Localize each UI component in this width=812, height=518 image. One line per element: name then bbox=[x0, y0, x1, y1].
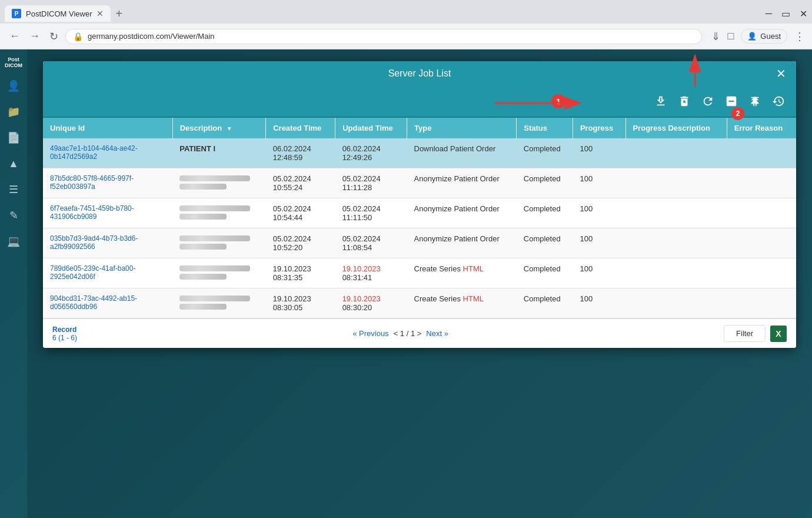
download-job-button[interactable] bbox=[650, 91, 671, 112]
minimize-button[interactable]: ─ bbox=[766, 8, 772, 19]
cell-description bbox=[172, 168, 266, 198]
cell-progress: 100 bbox=[573, 168, 625, 198]
table-row[interactable]: 87b5dc80-57f8-4665-997f-f52eb003897a05.0… bbox=[43, 168, 796, 198]
history-job-button[interactable] bbox=[768, 91, 789, 112]
cell-error-reason bbox=[727, 198, 796, 228]
modal-close-button[interactable]: ✕ bbox=[773, 65, 789, 82]
close-window-button[interactable]: ✕ bbox=[800, 8, 807, 19]
browser-actions: ⇓ □ 👤 Guest ⋮ bbox=[711, 29, 805, 44]
upload-job-button[interactable] bbox=[744, 91, 766, 112]
col-error-reason: Error Reason bbox=[727, 118, 796, 138]
modal-title: Server Job List bbox=[388, 68, 451, 79]
cell-status: Completed bbox=[517, 138, 573, 168]
menu-icon[interactable]: ⋮ bbox=[794, 30, 805, 43]
excel-export-button[interactable]: X bbox=[770, 326, 787, 342]
table-row[interactable]: 035bb7d3-9ad4-4b73-b3d6-a2fb9909256605.0… bbox=[43, 228, 796, 258]
delete-job-button[interactable] bbox=[674, 91, 695, 112]
tab-title: PostDICOM Viewer bbox=[26, 9, 92, 18]
col-progress-desc: Progress Description bbox=[625, 118, 727, 138]
browser-chrome: P PostDICOM Viewer ✕ + ─ ▭ ✕ ← → ↻ 🔒 ger… bbox=[0, 0, 812, 49]
cell-type: Create Series HTML bbox=[407, 258, 517, 288]
cell-status: Completed bbox=[517, 168, 573, 198]
cell-type: Create Series HTML bbox=[407, 288, 517, 318]
cell-status: Completed bbox=[517, 258, 573, 288]
next-page-link[interactable]: Next » bbox=[426, 329, 448, 338]
tab-close-button[interactable]: ✕ bbox=[96, 9, 104, 18]
table-row[interactable]: 904bcd31-73ac-4492-ab15-d056560ddb9619.1… bbox=[43, 288, 796, 318]
cell-error-reason bbox=[727, 138, 796, 168]
cell-created-time: 06.02.2024 12:48:59 bbox=[266, 138, 335, 168]
cell-updated-time: 05.02.202411:08:54 bbox=[335, 228, 407, 258]
job-table: Unique Id Description ▼ Created Time Upd… bbox=[43, 118, 796, 318]
col-unique-id: Unique Id bbox=[43, 118, 172, 138]
sidebar-item-monitor[interactable]: 💻 bbox=[3, 231, 24, 252]
prev-page-link[interactable]: « Previous bbox=[352, 329, 388, 338]
pagination: « Previous < 1 / 1 > Next » bbox=[352, 329, 448, 338]
address-bar[interactable]: 🔒 germany.postdicom.com/Viewer/Main bbox=[65, 29, 702, 44]
cell-status: Completed bbox=[517, 198, 573, 228]
sidebar-item-edit[interactable]: ✎ bbox=[3, 205, 24, 226]
cell-updated-time: 05.02.202411:11:50 bbox=[335, 198, 407, 228]
col-updated-time: Updated Time bbox=[335, 118, 407, 138]
cell-progress: 100 bbox=[573, 288, 625, 318]
download-browser-icon[interactable]: ⇓ bbox=[711, 30, 720, 43]
forward-button[interactable]: → bbox=[27, 28, 42, 45]
trash-icon bbox=[678, 95, 691, 108]
cell-error-reason bbox=[727, 288, 796, 318]
browser-toolbar: ← → ↻ 🔒 germany.postdicom.com/Viewer/Mai… bbox=[0, 24, 812, 49]
back-button[interactable]: ← bbox=[7, 28, 22, 45]
refresh-job-button[interactable] bbox=[697, 91, 718, 112]
browser-tab[interactable]: P PostDICOM Viewer ✕ bbox=[5, 5, 111, 22]
sidebar-item-patients[interactable]: 👤 bbox=[3, 75, 24, 97]
cell-description bbox=[172, 258, 266, 288]
filter-area: Filter X bbox=[724, 325, 787, 342]
cell-progress-desc bbox=[625, 288, 727, 318]
profile-label: Guest bbox=[760, 32, 781, 41]
cell-description bbox=[172, 288, 266, 318]
cell-type: Anonymize Patient Order bbox=[407, 168, 517, 198]
new-tab-button[interactable]: + bbox=[115, 7, 122, 21]
table-header-row: Unique Id Description ▼ Created Time Upd… bbox=[43, 118, 796, 138]
cell-progress-desc bbox=[625, 198, 727, 228]
sidebar-item-upload[interactable]: ▲ bbox=[3, 153, 24, 174]
modal-footer: Record 6 (1 - 6) « Previous < 1 / 1 > Ne… bbox=[43, 318, 796, 348]
cell-type: Anonymize Patient Order bbox=[407, 198, 517, 228]
lock-icon: 🔒 bbox=[73, 32, 83, 41]
sidebar-item-document[interactable]: 📄 bbox=[3, 127, 24, 148]
cell-created-time: 19.10.2023 08:30:05 bbox=[266, 288, 335, 318]
reload-button[interactable]: ↻ bbox=[47, 28, 61, 45]
type-html-label: HTML bbox=[463, 294, 484, 303]
modal-header: Server Job List ✕ bbox=[43, 61, 796, 86]
cell-updated-time: 19.10.202308:31:41 bbox=[335, 258, 407, 288]
sidebar-item-folder[interactable]: 📁 bbox=[3, 101, 24, 122]
sidebar: PostDICOM 👤 📁 📄 ▲ ☰ ✎ 💻 bbox=[0, 49, 27, 518]
history-icon bbox=[772, 95, 785, 108]
extension-icon[interactable]: □ bbox=[727, 30, 734, 42]
type-html-label: HTML bbox=[463, 264, 484, 273]
sidebar-item-list[interactable]: ☰ bbox=[3, 179, 24, 200]
cell-description: PATIENT I bbox=[172, 138, 266, 168]
table-row[interactable]: 6f7eaefa-7451-459b-b780-431906cb908905.0… bbox=[43, 198, 796, 228]
cell-progress: 100 bbox=[573, 198, 625, 228]
table-row[interactable]: 49aac7e1-b104-464a-ae42-0b147d2569a2PATI… bbox=[43, 138, 796, 168]
profile-icon: 👤 bbox=[747, 32, 757, 41]
filter-button[interactable]: Filter bbox=[724, 325, 766, 342]
app-background: PostDICOM 👤 📁 📄 ▲ ☰ ✎ 💻 Server Job List … bbox=[0, 49, 812, 518]
cell-uid: 87b5dc80-57f8-4665-997f-f52eb003897a bbox=[43, 168, 172, 198]
tab-favicon: P bbox=[12, 9, 21, 18]
annotation-badge-2: 2 bbox=[731, 107, 744, 120]
col-progress: Progress bbox=[573, 118, 625, 138]
cell-created-time: 05.02.2024 10:52:20 bbox=[266, 228, 335, 258]
clear-job-button[interactable]: 2 bbox=[721, 91, 742, 112]
col-status: Status bbox=[517, 118, 573, 138]
cell-uid: 49aac7e1-b104-464a-ae42-0b147d2569a2 bbox=[43, 138, 172, 168]
maximize-button[interactable]: ▭ bbox=[781, 8, 790, 19]
cell-progress: 100 bbox=[573, 258, 625, 288]
cell-uid: 789d6e05-239c-41af-ba00-2925e042d06f bbox=[43, 258, 172, 288]
modal-toolbar: 1 bbox=[43, 86, 796, 118]
cell-progress: 100 bbox=[573, 228, 625, 258]
profile-button[interactable]: 👤 Guest bbox=[741, 29, 787, 44]
table-row[interactable]: 789d6e05-239c-41af-ba00-2925e042d06f19.1… bbox=[43, 258, 796, 288]
cell-description bbox=[172, 198, 266, 228]
cell-description bbox=[172, 228, 266, 258]
